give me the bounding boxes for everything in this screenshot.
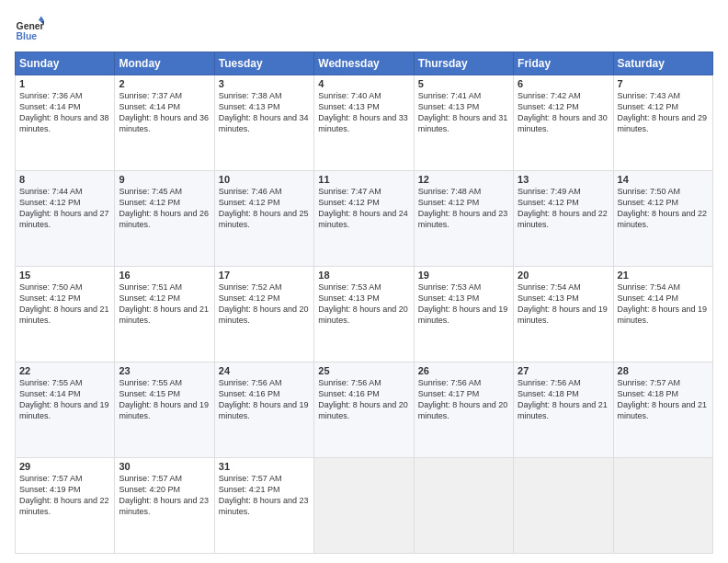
daylight: Daylight: 8 hours and 23 minutes.: [418, 208, 509, 230]
day-cell: 31Sunrise: 7:57 AMSunset: 4:21 PMDayligh…: [214, 458, 313, 554]
day-number: 4: [318, 78, 409, 89]
sunset: Sunset: 4:13 PM: [318, 293, 409, 304]
weekday-header-friday: Friday: [514, 52, 613, 75]
sunset: Sunset: 4:14 PM: [19, 388, 110, 399]
sunrise: Sunrise: 7:37 AM: [119, 90, 210, 101]
sunset: Sunset: 4:12 PM: [618, 197, 709, 208]
sunset: Sunset: 4:15 PM: [119, 388, 210, 399]
day-number: 16: [119, 270, 210, 281]
weekday-header-sunday: Sunday: [16, 52, 115, 75]
daylight: Daylight: 8 hours and 38 minutes.: [19, 112, 110, 134]
day-cell: 10Sunrise: 7:46 AMSunset: 4:12 PMDayligh…: [214, 171, 313, 267]
sunrise: Sunrise: 7:44 AM: [19, 186, 110, 197]
daylight: Daylight: 8 hours and 19 minutes.: [418, 304, 509, 326]
sunset: Sunset: 4:13 PM: [418, 293, 509, 304]
sunrise: Sunrise: 7:56 AM: [219, 377, 310, 388]
day-cell: 24Sunrise: 7:56 AMSunset: 4:16 PMDayligh…: [214, 362, 313, 458]
sunrise: Sunrise: 7:46 AM: [219, 186, 310, 197]
sunrise: Sunrise: 7:55 AM: [119, 377, 210, 388]
daylight: Daylight: 8 hours and 33 minutes.: [318, 112, 409, 134]
sunrise: Sunrise: 7:45 AM: [119, 186, 210, 197]
sunrise: Sunrise: 7:36 AM: [19, 90, 110, 101]
day-cell: 1Sunrise: 7:36 AMSunset: 4:14 PMDaylight…: [16, 75, 115, 171]
day-cell: 22Sunrise: 7:55 AMSunset: 4:14 PMDayligh…: [16, 362, 115, 458]
sunrise: Sunrise: 7:53 AM: [318, 282, 409, 293]
day-cell: 3Sunrise: 7:38 AMSunset: 4:13 PMDaylight…: [214, 75, 313, 171]
week-row-5: 29Sunrise: 7:57 AMSunset: 4:19 PMDayligh…: [16, 458, 713, 554]
day-cell: 25Sunrise: 7:56 AMSunset: 4:16 PMDayligh…: [314, 362, 414, 458]
sunrise: Sunrise: 7:52 AM: [219, 282, 310, 293]
sunset: Sunset: 4:13 PM: [318, 101, 409, 112]
day-number: 3: [219, 78, 310, 89]
sunrise: Sunrise: 7:53 AM: [418, 282, 509, 293]
sunset: Sunset: 4:14 PM: [618, 293, 709, 304]
sunset: Sunset: 4:12 PM: [418, 197, 509, 208]
sunrise: Sunrise: 7:57 AM: [219, 473, 310, 484]
daylight: Daylight: 8 hours and 19 minutes.: [219, 399, 310, 421]
sunrise: Sunrise: 7:41 AM: [418, 90, 509, 101]
day-number: 29: [19, 461, 110, 472]
sunrise: Sunrise: 7:40 AM: [318, 90, 409, 101]
week-row-4: 22Sunrise: 7:55 AMSunset: 4:14 PMDayligh…: [16, 362, 713, 458]
daylight: Daylight: 8 hours and 22 minutes.: [618, 208, 709, 230]
day-number: 13: [518, 174, 609, 185]
sunset: Sunset: 4:13 PM: [418, 101, 509, 112]
sunrise: Sunrise: 7:38 AM: [219, 90, 310, 101]
weekday-header-row: SundayMondayTuesdayWednesdayThursdayFrid…: [16, 52, 713, 75]
weekday-header-thursday: Thursday: [414, 52, 513, 75]
day-number: 7: [618, 78, 709, 89]
header: General Blue: [15, 15, 713, 44]
daylight: Daylight: 8 hours and 23 minutes.: [119, 495, 210, 517]
day-cell: 30Sunrise: 7:57 AMSunset: 4:20 PMDayligh…: [115, 458, 214, 554]
sunrise: Sunrise: 7:54 AM: [618, 282, 709, 293]
day-cell: 9Sunrise: 7:45 AMSunset: 4:12 PMDaylight…: [115, 171, 214, 267]
daylight: Daylight: 8 hours and 20 minutes.: [219, 304, 310, 326]
week-row-1: 1Sunrise: 7:36 AMSunset: 4:14 PMDaylight…: [16, 75, 713, 171]
sunrise: Sunrise: 7:51 AM: [119, 282, 210, 293]
sunrise: Sunrise: 7:57 AM: [618, 377, 709, 388]
sunset: Sunset: 4:12 PM: [219, 293, 310, 304]
sunset: Sunset: 4:16 PM: [219, 388, 310, 399]
daylight: Daylight: 8 hours and 19 minutes.: [119, 399, 210, 421]
day-cell: 17Sunrise: 7:52 AMSunset: 4:12 PMDayligh…: [214, 267, 313, 362]
daylight: Daylight: 8 hours and 19 minutes.: [618, 304, 709, 326]
day-number: 19: [418, 270, 509, 281]
day-number: 1: [19, 78, 110, 89]
sunrise: Sunrise: 7:56 AM: [418, 377, 509, 388]
sunrise: Sunrise: 7:56 AM: [518, 377, 609, 388]
day-cell: 14Sunrise: 7:50 AMSunset: 4:12 PMDayligh…: [613, 171, 712, 267]
daylight: Daylight: 8 hours and 21 minutes.: [19, 304, 110, 326]
day-cell: 15Sunrise: 7:50 AMSunset: 4:12 PMDayligh…: [16, 267, 115, 362]
day-number: 30: [119, 461, 210, 472]
daylight: Daylight: 8 hours and 34 minutes.: [219, 112, 310, 134]
daylight: Daylight: 8 hours and 36 minutes.: [119, 112, 210, 134]
day-number: 8: [19, 174, 110, 185]
sunrise: Sunrise: 7:42 AM: [518, 90, 609, 101]
day-number: 5: [418, 78, 509, 89]
day-cell: 4Sunrise: 7:40 AMSunset: 4:13 PMDaylight…: [314, 75, 414, 171]
sunrise: Sunrise: 7:48 AM: [418, 186, 509, 197]
day-number: 10: [219, 174, 310, 185]
day-number: 20: [518, 270, 609, 281]
day-number: 31: [219, 461, 310, 472]
day-cell: 8Sunrise: 7:44 AMSunset: 4:12 PMDaylight…: [16, 171, 115, 267]
sunrise: Sunrise: 7:55 AM: [19, 377, 110, 388]
sunrise: Sunrise: 7:50 AM: [19, 282, 110, 293]
weekday-header-saturday: Saturday: [613, 52, 712, 75]
day-cell: 29Sunrise: 7:57 AMSunset: 4:19 PMDayligh…: [16, 458, 115, 554]
day-cell: [613, 458, 712, 554]
day-cell: 11Sunrise: 7:47 AMSunset: 4:12 PMDayligh…: [314, 171, 414, 267]
day-cell: 27Sunrise: 7:56 AMSunset: 4:18 PMDayligh…: [514, 362, 613, 458]
sunset: Sunset: 4:14 PM: [19, 101, 110, 112]
daylight: Daylight: 8 hours and 23 minutes.: [219, 495, 310, 517]
daylight: Daylight: 8 hours and 24 minutes.: [318, 208, 409, 230]
daylight: Daylight: 8 hours and 22 minutes.: [518, 208, 609, 230]
sunset: Sunset: 4:12 PM: [19, 293, 110, 304]
sunset: Sunset: 4:12 PM: [19, 197, 110, 208]
day-number: 24: [219, 365, 310, 376]
day-number: 25: [318, 365, 409, 376]
day-number: 23: [119, 365, 210, 376]
day-number: 17: [219, 270, 310, 281]
daylight: Daylight: 8 hours and 31 minutes.: [418, 112, 509, 134]
sunset: Sunset: 4:19 PM: [19, 484, 110, 495]
